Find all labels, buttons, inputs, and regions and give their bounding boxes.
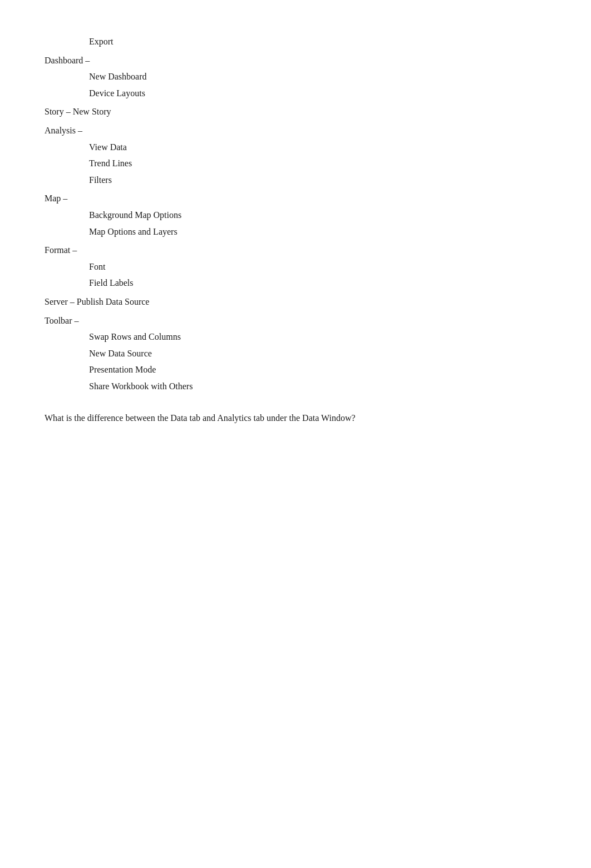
list-item-format: Format – bbox=[45, 243, 546, 257]
page-content: Export Dashboard – New Dashboard Device … bbox=[0, 0, 591, 470]
list-item-device-layouts: Device Layouts bbox=[45, 86, 546, 101]
list-item-trend-lines: Trend Lines bbox=[45, 156, 546, 171]
list-item-presentation-mode: Presentation Mode bbox=[45, 363, 546, 377]
list-item-view-data: View Data bbox=[45, 140, 546, 155]
list-item-font: Font bbox=[45, 260, 546, 274]
list-item-dashboard: Dashboard – bbox=[45, 53, 546, 68]
question-text: What is the difference between the Data … bbox=[45, 411, 546, 425]
list-item-new-data-source: New Data Source bbox=[45, 346, 546, 361]
list-item-server: Server – Publish Data Source bbox=[45, 295, 546, 309]
list-item-filters: Filters bbox=[45, 173, 546, 187]
list-item-analysis: Analysis – bbox=[45, 123, 546, 138]
list-item-map: Map – bbox=[45, 191, 546, 206]
list-item-field-labels: Field Labels bbox=[45, 276, 546, 290]
list-item-export: Export bbox=[45, 34, 546, 49]
list-item-new-dashboard: New Dashboard bbox=[45, 70, 546, 84]
list-item-background-map-options: Background Map Options bbox=[45, 208, 546, 222]
list-item-map-options-and-layers: Map Options and Layers bbox=[45, 225, 546, 239]
list-item-story: Story – New Story bbox=[45, 105, 546, 119]
list-item-share-workbook: Share Workbook with Others bbox=[45, 379, 546, 394]
list-item-swap-rows-columns: Swap Rows and Columns bbox=[45, 330, 546, 344]
list-item-toolbar: Toolbar – bbox=[45, 314, 546, 328]
